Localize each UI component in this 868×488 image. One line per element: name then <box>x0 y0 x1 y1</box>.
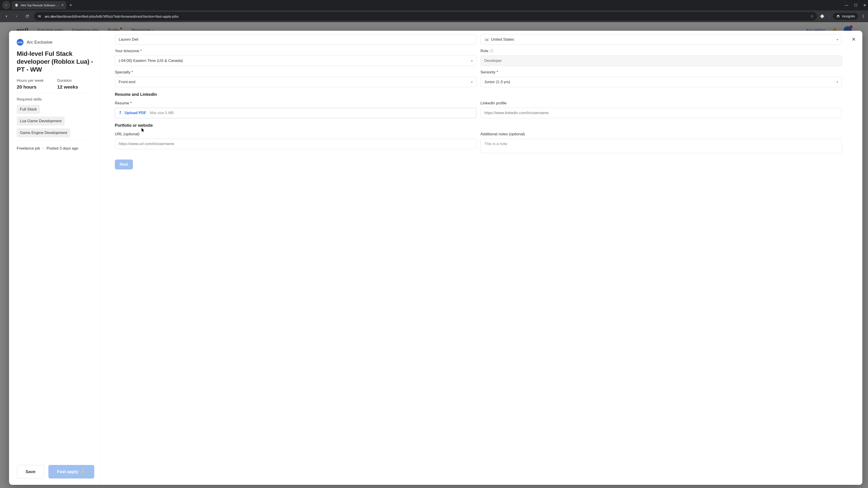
country-flag-icon: us <box>485 38 489 41</box>
brand-label: Arc Exclusive <box>27 40 53 45</box>
name-input[interactable] <box>115 34 476 45</box>
seniority-label: Seniority * <box>480 70 842 74</box>
posted-ago: Posted 3 days ago <box>46 146 79 151</box>
chevron-down-icon: ▾ <box>471 59 473 63</box>
browser-window: Hire Top Remote Software Dev… × + ― ☐ ✕ … <box>0 0 868 488</box>
chevron-down-icon: ▾ <box>471 80 473 84</box>
nav-reload-button[interactable] <box>24 13 31 20</box>
resume-label: Resume * <box>115 101 476 105</box>
window-maximize-button[interactable]: ☐ <box>854 3 857 7</box>
upload-label: Upload PDF <box>125 111 146 115</box>
window-close-button[interactable]: ✕ <box>863 3 866 7</box>
portfolio-url-input[interactable] <box>115 139 476 149</box>
tab-favicon-icon <box>14 3 19 7</box>
apply-modal: × arc() Arc Exclusive Mid-level Ful Stac… <box>9 31 862 485</box>
hours-label: Hours per week <box>17 78 43 83</box>
job-type-label: Freelance job <box>17 146 40 151</box>
bookmark-star-icon[interactable]: ☆ <box>810 14 814 19</box>
skill-chip: Game Engine Development <box>17 128 70 137</box>
job-summary-scroll[interactable]: Hours per week 20 hours Duration 12 week… <box>17 78 94 460</box>
fast-apply-button[interactable]: Fast apply ⚡ <box>49 465 94 479</box>
job-title: Mid-level Ful Stack developoer (Roblox L… <box>17 50 94 73</box>
specialty-label: Specialty * <box>115 70 476 74</box>
page-viewport: arc() Full-time roles Freelance jobs Pro… <box>0 22 868 488</box>
notes-textarea[interactable]: This is a note <box>480 139 842 153</box>
address-bar: arc.dev/dashboard/d/verified-jobs/kdb78f… <box>0 10 868 22</box>
arc-logo-icon: arc() <box>17 39 24 46</box>
incognito-icon <box>836 14 840 18</box>
portfolio-section-heading: Portfolio or website <box>115 123 842 128</box>
browser-tab[interactable]: Hire Top Remote Software Dev… × <box>12 1 66 9</box>
bolt-icon: ⚡ <box>81 469 86 474</box>
browser-menu-button[interactable] <box>861 14 865 18</box>
tab-title: Hire Top Remote Software Dev… <box>21 4 59 7</box>
specialty-select[interactable]: Front-end ▾ <box>115 77 476 87</box>
window-minimize-button[interactable]: ― <box>845 3 848 7</box>
chevron-down-icon: ▾ <box>837 80 838 84</box>
skill-chip: Full Stack <box>17 105 40 114</box>
nav-forward-button <box>13 13 20 20</box>
window-controls: ― ☐ ✕ <box>845 3 866 7</box>
separator: / <box>43 146 44 151</box>
resume-upload-button[interactable]: Upload PDF Max size 5 MB <box>115 108 476 118</box>
incognito-chip[interactable]: Incognito <box>833 13 858 20</box>
seniority-select[interactable]: Junior (1-3 yrs) ▾ <box>480 77 842 87</box>
info-icon[interactable]: ? <box>490 49 493 53</box>
duration-label: Duration <box>57 78 78 83</box>
url-label: URL (optional) <box>115 132 476 136</box>
skill-chip: Lua Game Development <box>17 117 65 126</box>
svg-point-1 <box>863 16 864 17</box>
required-skills-label: Required skills <box>17 97 89 102</box>
site-info-icon[interactable] <box>37 14 42 19</box>
tab-close-button[interactable]: × <box>61 3 64 7</box>
apply-form-scroll[interactable]: usUnited States ▾ Your timezone * (-04:0… <box>115 32 843 479</box>
job-summary-panel: arc() Arc Exclusive Mid-level Ful Stack … <box>9 31 100 485</box>
divider <box>17 140 89 140</box>
svg-point-0 <box>863 15 864 15</box>
timezone-label: Your timezone * <box>115 49 476 53</box>
next-button[interactable]: Next <box>115 160 133 169</box>
omnibox-url: arc.dev/dashboard/d/verified-jobs/kdb78f… <box>45 14 179 18</box>
omnibox[interactable]: arc.dev/dashboard/d/verified-jobs/kdb78f… <box>34 12 817 21</box>
tab-search-button[interactable] <box>2 1 10 9</box>
skill-chips: Full Stack Lua Game Development Game Eng… <box>17 105 89 137</box>
linkedin-input[interactable] <box>480 108 842 118</box>
hours-value: 20 hours <box>17 84 43 90</box>
nav-back-button[interactable] <box>3 13 10 20</box>
timezone-select[interactable]: (-04:00) Eastern Time (US & Canada) ▾ <box>115 56 476 66</box>
svg-point-2 <box>863 17 864 18</box>
new-tab-button[interactable]: + <box>69 3 72 8</box>
chevron-down-icon: ▾ <box>837 38 838 41</box>
role-readonly: Developer <box>480 56 842 66</box>
save-button[interactable]: Save <box>17 465 44 479</box>
notes-label: Additional notes (optional) <box>480 132 842 136</box>
upload-icon <box>118 110 122 116</box>
role-label: Role ? <box>480 49 842 53</box>
extensions-icon[interactable] <box>820 14 825 19</box>
incognito-label: Incognito <box>842 14 855 18</box>
upload-hint: Max size 5 MB <box>150 111 174 115</box>
resume-section-heading: Resume and LinkedIn <box>115 92 842 97</box>
duration-value: 12 weeks <box>57 84 78 90</box>
linkedin-label: LinkedIn profile <box>480 101 842 105</box>
chevron-down-icon <box>5 4 8 7</box>
tab-strip: Hire Top Remote Software Dev… × + ― ☐ ✕ <box>0 0 868 10</box>
apply-form-panel: usUnited States ▾ Your timezone * (-04:0… <box>100 31 862 485</box>
country-select[interactable]: usUnited States ▾ <box>480 34 842 45</box>
separator <box>829 13 829 19</box>
